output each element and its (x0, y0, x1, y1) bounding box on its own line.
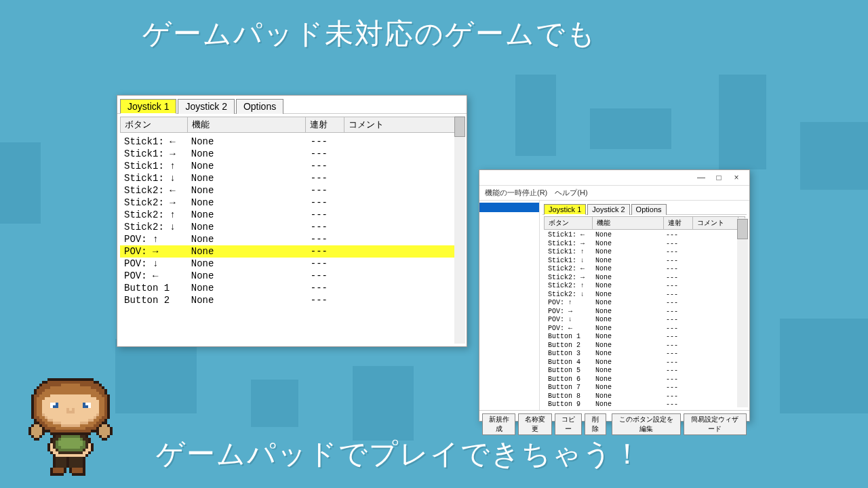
table-row[interactable]: POV: ↓None--- (544, 316, 745, 325)
maximize-icon[interactable]: □ (710, 173, 728, 182)
table-row[interactable]: POV: ↓None--- (120, 258, 464, 270)
tab-joystick-1[interactable]: Joystick 1 (544, 204, 586, 215)
pixel-avatar (28, 378, 113, 476)
tab-joystick-1[interactable]: Joystick 1 (120, 99, 176, 114)
close-icon[interactable]: × (728, 173, 745, 182)
table-row[interactable]: Button 3None--- (544, 350, 745, 359)
table-row[interactable]: POV: ←None--- (544, 325, 745, 333)
cell (690, 375, 735, 384)
cell (344, 258, 464, 269)
cell: --- (662, 401, 690, 409)
col-func[interactable]: 機能 (188, 117, 307, 132)
col-button[interactable]: ボタン (121, 117, 188, 132)
table-row[interactable]: Stick1: ↓None--- (120, 172, 464, 184)
profile-selected[interactable] (479, 203, 539, 212)
table-row[interactable]: Stick1: ←None--- (544, 231, 745, 240)
col-comment[interactable]: コメント (344, 117, 463, 132)
table-row[interactable]: POV: →None--- (544, 308, 745, 317)
btn-新規作成[interactable]: 新規作成 (482, 413, 515, 435)
table-row[interactable]: Stick1: ↑None--- (120, 160, 464, 172)
scrollbar-thumb[interactable] (454, 117, 465, 137)
tab-joystick-2[interactable]: Joystick 2 (587, 204, 629, 215)
table-row[interactable]: Stick1: →None--- (544, 240, 745, 249)
table-row[interactable]: Button 7None--- (544, 384, 745, 392)
tab-joystick-2[interactable]: Joystick 2 (178, 99, 234, 114)
col-button[interactable]: ボタン (545, 217, 593, 229)
profile-sidebar[interactable] (479, 201, 540, 410)
cell (690, 325, 735, 333)
minimize-icon[interactable]: — (692, 173, 710, 182)
cell: None (187, 246, 307, 257)
btn-名称変更[interactable]: 名称変更 (518, 413, 551, 435)
headline-bottom: ゲームパッドでプレイできちゃう！ (156, 435, 643, 473)
cell: None (591, 291, 662, 300)
scrollbar[interactable] (454, 116, 465, 344)
table-row[interactable]: Stick1: →None--- (120, 148, 464, 160)
headline-top: ゲームパッド未対応のゲームでも (142, 15, 597, 53)
table-row[interactable]: Stick2: ↑None--- (544, 282, 745, 291)
cell: Button 6 (544, 375, 591, 384)
cell: Stick2: ↑ (544, 282, 591, 291)
table-row[interactable]: Button 9None--- (544, 401, 745, 409)
tab-options[interactable]: Options (236, 99, 283, 114)
bg-block (251, 380, 298, 427)
mapping-rows: Stick1: ←None---Stick1: →None---Stick1: … (120, 136, 464, 306)
cell: None (591, 282, 662, 291)
scrollbar[interactable] (737, 218, 748, 407)
table-row[interactable]: Button 5None--- (544, 367, 745, 375)
bg-block (780, 319, 868, 413)
cell: Button 2 (120, 295, 187, 306)
btn-簡易設定ウィザード[interactable]: 簡易設定ウィザード (684, 413, 747, 435)
cell: --- (662, 291, 690, 300)
table-row[interactable]: Stick2: ↑None--- (120, 209, 464, 221)
column-headers: ボタン機能連射コメント (120, 117, 464, 133)
table-row[interactable]: Stick2: ←None--- (120, 184, 464, 197)
table-row[interactable]: Button 6None--- (544, 375, 745, 384)
cell: None (591, 333, 662, 342)
cell: --- (662, 316, 690, 325)
table-row[interactable]: Button 2None--- (120, 294, 464, 306)
table-row[interactable]: Button 2None--- (544, 342, 745, 350)
col-func[interactable]: 機能 (593, 217, 664, 229)
table-row[interactable]: Stick1: ↑None--- (544, 248, 745, 257)
table-row[interactable]: Stick1: ←None--- (120, 136, 464, 148)
btn-削除[interactable]: 削除 (585, 413, 606, 435)
table-row[interactable]: Button 8None--- (544, 392, 745, 401)
table-row[interactable]: Stick2: →None--- (120, 197, 464, 209)
menubar[interactable]: 機能の一時停止(R) ヘルプ(H) (479, 186, 749, 200)
cell: None (591, 350, 662, 359)
titlebar: — □ × (479, 170, 749, 186)
table-row[interactable]: Stick2: →None--- (544, 274, 745, 283)
col-rapid[interactable]: 連射 (664, 217, 693, 229)
main-panel: Joystick 1Joystick 2Options ボタン機能連射コメント … (540, 201, 749, 410)
cell (344, 197, 464, 208)
cell (344, 209, 464, 220)
cell: Stick2: → (120, 197, 187, 208)
table-row[interactable]: Button 4None--- (544, 359, 745, 367)
cell: Stick2: ↓ (544, 291, 591, 300)
table-row[interactable]: Button 1None--- (120, 282, 464, 294)
cell: Button 3 (544, 350, 591, 359)
table-row[interactable]: POV: →None--- (120, 245, 464, 258)
table-row[interactable]: Button 1None--- (544, 333, 745, 342)
table-row[interactable]: POV: ↑None--- (120, 233, 464, 245)
col-rapid[interactable]: 連射 (306, 117, 344, 132)
table-row[interactable]: Stick1: ↓None--- (544, 257, 745, 266)
tab-options[interactable]: Options (631, 204, 667, 215)
cell: None (591, 401, 662, 409)
btn-このボタン設定を編集[interactable]: このボタン設定を編集 (612, 413, 681, 435)
cell: POV: ← (120, 270, 187, 281)
table-row[interactable]: POV: ↑None--- (544, 299, 745, 308)
table-row[interactable]: Stick2: ↓None--- (120, 221, 464, 233)
cell (690, 231, 735, 240)
table-row[interactable]: POV: ←None--- (120, 270, 464, 282)
table-row[interactable]: Stick2: ↓None--- (544, 291, 745, 300)
cell (344, 173, 464, 184)
table-row[interactable]: Stick2: ←None--- (544, 265, 745, 274)
cell: None (187, 185, 307, 196)
btn-コピー[interactable]: コピー (555, 413, 582, 435)
col-comment[interactable]: コメント (693, 217, 738, 229)
cell: --- (662, 342, 690, 350)
cell: POV: ↓ (120, 258, 187, 269)
scrollbar-thumb[interactable] (737, 219, 748, 239)
